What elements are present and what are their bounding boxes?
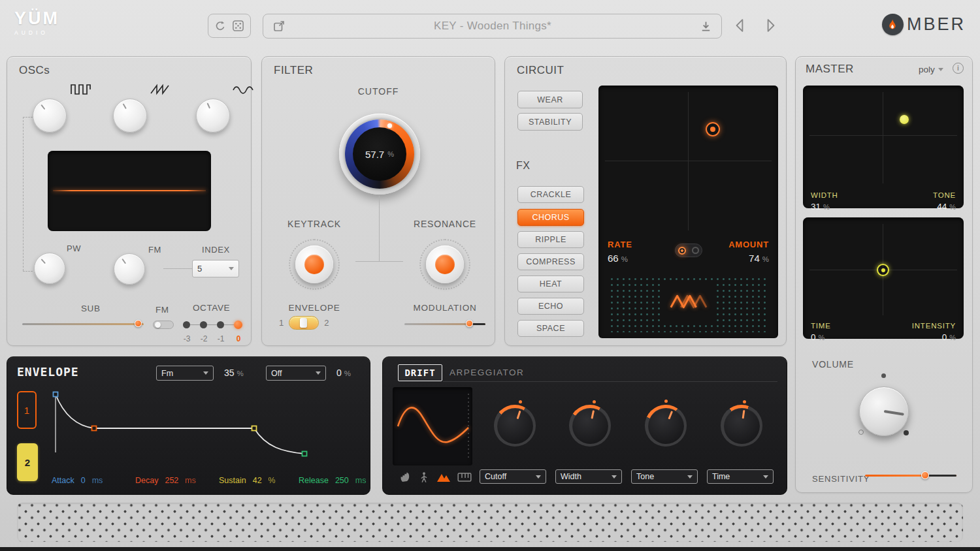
index-value: 5 [197,264,202,274]
env-dest2-amount-pair[interactable]: 0 % [336,368,351,378]
mountain-icon[interactable] [436,471,451,483]
keytrack-knob[interactable] [289,239,340,290]
decay-handle[interactable] [92,426,97,431]
power-off-icon [692,247,699,254]
filter-env-switch[interactable]: 1 2 [279,316,329,330]
filter-panel: FILTER CUTOFF 57.7 % KEYTRACK RESONANCE … [261,56,495,346]
attack-handle[interactable] [54,392,58,397]
stability-button[interactable]: STABILITY [517,113,583,131]
osc3-level-knob[interactable] [196,99,230,133]
fx-button-compress[interactable]: COMPRESS [517,253,584,270]
octave-dot-0[interactable] [234,321,242,329]
envelope-panel: ENVELOPE Fm 35 % Off 0 % 1 2 Attac [7,356,370,495]
sensitivity-slider[interactable] [865,471,956,480]
octave-selector[interactable]: -3 -2 -1 0 [182,321,248,349]
width-tone-pad[interactable]: WIDTH 31% TONE 44% [803,86,964,208]
next-preset-button[interactable] [766,18,776,33]
tone-value-pair: 44% [937,202,956,212]
env-switch-pill[interactable] [289,316,319,330]
rate-value-pair[interactable]: 66 % [608,253,628,264]
cutoff-knob[interactable]: 57.7 % [339,114,420,195]
info-icon[interactable]: i [953,63,964,74]
filter-connector-h [355,261,403,262]
prev-preset-button[interactable] [734,18,745,33]
width-unit: % [823,203,830,211]
pw-knob[interactable] [34,253,65,284]
sine-wave-icon [232,84,254,99]
wear-button[interactable]: WEAR [517,91,583,108]
attack-readout[interactable]: Attack 0 ms [52,476,103,485]
tab-arpeggiator[interactable]: ARPEGGIATOR [449,368,524,377]
fx-power-toggle[interactable] [675,244,702,257]
osc2-level-knob[interactable] [113,99,147,133]
octave-dot-m3[interactable] [183,321,190,328]
voice-mode-value: poly [919,65,935,74]
lfo-display[interactable] [393,387,472,465]
preset-bar[interactable]: KEY - Wooden Things* [263,14,722,39]
volume-knob[interactable] [859,386,909,436]
export-preset-icon[interactable] [272,20,286,33]
modulation-slider[interactable] [404,319,485,328]
keyboard-icon[interactable] [457,472,472,482]
decay-readout[interactable]: Decay 252 ms [135,476,196,485]
dice-icon[interactable] [232,20,244,32]
preset-name[interactable]: KEY - Wooden Things* [286,20,700,33]
tab-drift[interactable]: DRIFT [398,364,442,381]
drift-target-select-4[interactable]: Time [707,469,774,484]
attack-value: 0 [81,476,86,485]
osc1-level-knob[interactable] [33,99,67,133]
resonance-knob[interactable] [419,239,470,290]
modulation-label: MODULATION [412,303,478,313]
sustain-handle[interactable] [252,426,257,431]
pad2-marker[interactable] [877,264,889,276]
sustain-readout[interactable]: Sustain 42 % [219,476,276,485]
tone-unit: % [949,203,956,211]
env-option-1[interactable]: 1 [279,318,284,328]
drift-amount-knob-4[interactable] [721,405,762,447]
drift-target-select-1[interactable]: Cutoff [480,469,546,484]
sub-slider[interactable] [22,319,144,328]
octave-dot-m2[interactable] [200,321,207,328]
env-option-2[interactable]: 2 [324,318,329,328]
envelope-tab-2[interactable]: 2 [17,443,38,481]
cutoff-label: CUTOFF [262,86,495,97]
drift-target-select-2[interactable]: Width [555,469,622,484]
filter-envelope-label: ENVELOPE [282,303,347,313]
save-preset-icon[interactable] [700,20,712,33]
index-select[interactable]: 5 [192,260,239,277]
fx-button-heat[interactable]: HEAT [517,276,584,292]
walker-icon[interactable] [418,471,430,484]
envelope-tab-1[interactable]: 1 [17,391,37,429]
fm-knob[interactable] [114,253,145,285]
env-dest1-select[interactable]: Fm [156,366,214,381]
fx-button-echo[interactable]: ECHO [517,298,584,315]
lfo-edge-dots [466,392,470,460]
fx-button-crackle[interactable]: CRACKLE [517,186,584,203]
release-readout[interactable]: Release 250 ms [299,476,366,485]
time-intensity-pad[interactable]: TIME 0% INTENSITY 0% [803,217,964,339]
decay-label: Decay [135,476,158,485]
fm-label: FM [148,245,161,255]
env-dest2-select[interactable]: Off [266,366,326,381]
drift-amount-knob-1[interactable] [494,405,536,447]
fx-button-ripple[interactable]: RIPPLE [517,231,584,248]
octave-dot-m1[interactable] [217,321,224,328]
chevron-down-icon [763,475,768,479]
drift-amount-knob-3[interactable] [645,405,687,447]
circuit-title: CIRCUIT [517,64,564,77]
amount-value-pair[interactable]: 74 % [749,253,769,264]
fx-button-chorus[interactable]: CHORUS [517,209,584,226]
pad1-marker[interactable] [900,115,909,124]
fx-button-space[interactable]: SPACE [517,320,584,337]
drift-target-select-3[interactable]: Tone [631,469,698,484]
envelope-curve-display[interactable] [45,385,359,465]
voice-mode-select[interactable]: poly [919,65,943,74]
fx-xy-marker[interactable] [706,122,720,136]
resonance-label: RESONANCE [412,219,478,229]
release-handle[interactable] [302,452,307,456]
refresh-icon[interactable] [214,20,226,32]
hand-icon[interactable] [399,471,412,484]
env-dest1-amount-pair[interactable]: 35 % [224,368,244,378]
drift-amount-knob-2[interactable] [569,405,611,447]
fm-toggle[interactable] [153,321,174,329]
